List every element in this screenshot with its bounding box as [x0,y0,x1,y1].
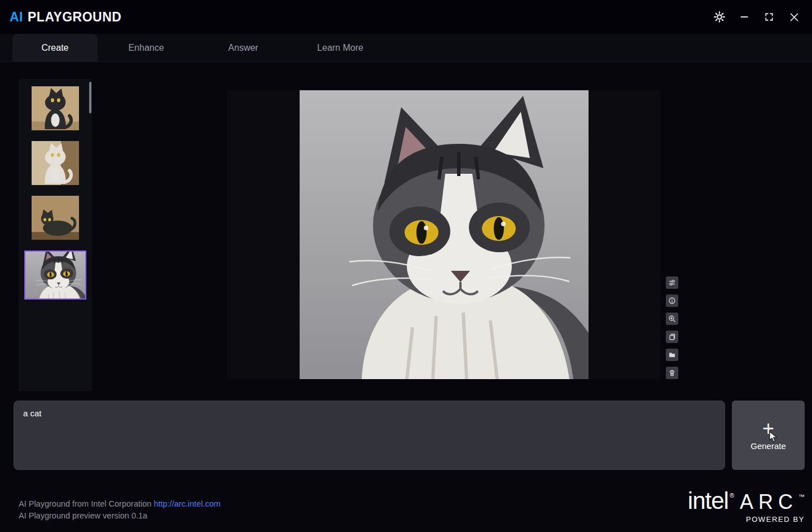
sliders-icon [668,279,676,287]
footer-version: AI Playground preview version 0.1a [19,510,221,522]
mouse-cursor [769,431,778,443]
trademark-mark: ™ [798,493,805,500]
close-icon [789,12,799,22]
copy-image-button[interactable] [666,331,678,343]
thumbnail-gallery [19,79,92,391]
gear-icon [714,11,725,23]
maximize-button[interactable] [759,7,779,27]
gallery-scrollbar[interactable] [89,82,91,113]
image-viewer [227,90,660,379]
settings-button[interactable] [709,7,730,27]
trash-icon [668,369,676,377]
generated-image[interactable] [300,90,589,379]
footer-line1: AI Playground from Intel Corporation [19,499,151,508]
tab-bar: Create Enhance Answer Learn More [0,34,812,62]
gallery-thumbnail-1[interactable] [32,86,79,130]
tab-learn-more[interactable]: Learn More [292,34,389,61]
registered-mark: ® [730,492,734,499]
minimize-button[interactable] [734,7,754,27]
app-window: AIPLAYGROUND Create Enhance Answer L [0,0,812,532]
close-button[interactable] [784,7,804,27]
app-logo-accent: AI [10,10,23,24]
arc-wordmark: ARC [740,490,798,514]
open-folder-button[interactable] [666,349,678,361]
intel-wordmark: intel [688,487,728,515]
powered-by-label: POWERED BY [688,515,805,524]
zoom-in-icon [668,315,676,323]
tab-create[interactable]: Create [12,34,98,61]
prompt-input[interactable] [14,401,725,470]
intel-arc-logo: intel ® ARC ™ POWERED BY [688,487,805,524]
delete-image-button[interactable] [666,367,678,379]
app-logo-text: PLAYGROUND [28,10,121,24]
titlebar: AIPLAYGROUND [0,0,812,34]
window-controls [709,7,804,27]
image-info-button[interactable] [666,294,678,307]
folder-icon [668,351,676,359]
viewer-toolbar [666,276,678,379]
copy-icon [668,333,676,341]
gallery-thumbnail-4-selected[interactable] [24,250,86,300]
footer-info: AI Playground from Intel Corporation htt… [19,498,221,522]
gallery-thumbnail-2[interactable] [32,141,79,185]
info-icon [668,297,676,305]
maximize-icon [765,12,774,21]
minimize-icon [740,12,749,21]
app-logo: AIPLAYGROUND [10,10,121,25]
arc-link[interactable]: http://arc.intel.com [153,499,220,508]
tab-enhance[interactable]: Enhance [98,34,195,61]
tab-answer[interactable]: Answer [195,34,292,61]
gallery-thumbnail-3[interactable] [32,196,79,240]
generate-label: Generate [750,441,786,451]
zoom-in-button[interactable] [666,313,678,325]
generate-button[interactable]: + Generate [732,401,805,470]
image-settings-button[interactable] [666,276,678,289]
